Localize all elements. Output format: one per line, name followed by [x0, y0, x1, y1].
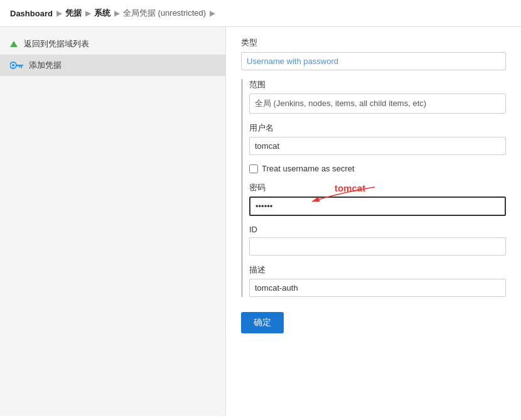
breadcrumb-sep-3: ▶ — [114, 9, 119, 18]
svg-rect-3 — [21, 67, 22, 68]
breadcrumb: Dashboard ▶ 凭据 ▶ 系统 ▶ 全局凭据 (unrestricted… — [0, 0, 521, 27]
confirm-button[interactable]: 确定 — [241, 312, 284, 333]
username-field-group: 用户名 — [249, 122, 506, 155]
svg-rect-4 — [19, 67, 20, 68]
checkbox-row: Treat username as secret — [249, 164, 506, 173]
sidebar-back-label: 返回到凭据域列表 — [24, 38, 89, 50]
treat-username-checkbox[interactable] — [249, 164, 258, 173]
sidebar-item-add-credential[interactable]: 添加凭据 — [0, 55, 225, 76]
scope-label: 范围 — [249, 79, 506, 90]
checkbox-label: Treat username as secret — [262, 164, 355, 173]
id-field-group: ID — [249, 225, 506, 256]
id-label: ID — [249, 225, 506, 234]
back-arrow-icon — [10, 40, 19, 49]
breadcrumb-sep-1: ▶ — [56, 9, 62, 18]
main-content: 类型 Username with password 范围 全局 (Jenkins… — [226, 27, 521, 416]
type-select-wrapper[interactable]: Username with password — [241, 52, 506, 70]
main-layout: 返回到凭据域列表 添加凭据 类型 Username with password — [0, 27, 521, 416]
description-label: 描述 — [249, 264, 506, 276]
password-label: 密码 — [249, 182, 266, 193]
type-value: Username with password — [242, 53, 505, 70]
password-field-group: 密码 tomcat — [249, 182, 506, 216]
breadcrumb-sep-4: ▶ — [210, 9, 215, 18]
sidebar-item-back[interactable]: 返回到凭据域列表 — [0, 33, 225, 55]
username-input[interactable] — [249, 137, 506, 155]
key-icon — [10, 61, 24, 70]
svg-point-1 — [12, 64, 14, 67]
svg-rect-2 — [16, 65, 23, 67]
scope-select-wrapper[interactable]: 全局 (Jenkins, nodes, items, all child ite… — [249, 94, 506, 114]
scope-group: 范围 全局 (Jenkins, nodes, items, all child … — [241, 79, 506, 297]
description-field-group: 描述 — [249, 264, 506, 297]
annotation-tomcat: tomcat — [335, 183, 365, 193]
scope-value: 全局 (Jenkins, nodes, items, all child ite… — [250, 94, 505, 113]
sidebar-add-label: 添加凭据 — [29, 60, 62, 71]
breadcrumb-global: 全局凭据 (unrestricted) — [123, 8, 206, 19]
breadcrumb-sep-2: ▶ — [85, 9, 90, 18]
sidebar: 返回到凭据域列表 添加凭据 — [0, 27, 226, 416]
form-actions: 确定 — [241, 306, 506, 333]
username-label: 用户名 — [249, 122, 506, 134]
description-input[interactable] — [249, 279, 506, 297]
scope-field-group: 范围 全局 (Jenkins, nodes, items, all child … — [249, 79, 506, 114]
password-input[interactable] — [249, 197, 506, 216]
breadcrumb-system[interactable]: 系统 — [94, 8, 110, 19]
id-input[interactable] — [249, 237, 506, 256]
breadcrumb-credentials[interactable]: 凭据 — [65, 8, 82, 19]
type-label: 类型 — [241, 37, 506, 48]
breadcrumb-dashboard[interactable]: Dashboard — [10, 9, 53, 18]
type-field-group: 类型 Username with password — [241, 37, 506, 70]
